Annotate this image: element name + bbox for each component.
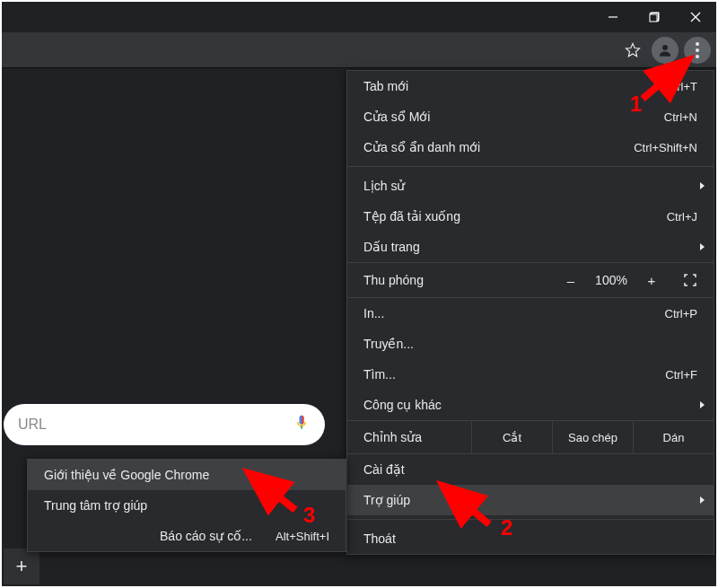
chevron-right-icon	[700, 182, 705, 189]
submenu-item-help-center[interactable]: Trung tâm trợ giúp	[28, 490, 346, 521]
chevron-right-icon	[700, 243, 705, 250]
search-box[interactable]: URL	[4, 404, 325, 445]
menu-separator	[347, 519, 714, 520]
zoom-value: 100%	[586, 273, 636, 287]
window-titlebar	[2, 2, 716, 32]
zoom-out-button[interactable]: –	[556, 273, 586, 288]
menu-item-exit[interactable]: Thoát	[347, 523, 714, 554]
menu-item-new-tab[interactable]: Tab mới Ctrl+T	[347, 71, 714, 101]
edit-copy-button[interactable]: Sao chép	[552, 421, 633, 453]
chrome-main-menu: Tab mới Ctrl+T Cửa sổ Mới Ctrl+N Cửa sổ …	[346, 70, 714, 555]
menu-item-settings[interactable]: Cài đặt	[347, 454, 714, 485]
submenu-item-report-issue[interactable]: Báo cáo sự cố... Alt+Shift+I	[28, 521, 346, 551]
plus-icon: +	[16, 555, 28, 578]
edit-cut-button[interactable]: Cắt	[471, 421, 552, 453]
kebab-icon	[696, 42, 699, 58]
fullscreen-icon[interactable]	[667, 273, 697, 287]
bookmark-star-icon[interactable]	[619, 37, 646, 64]
menu-item-bookmarks[interactable]: Dấu trang	[347, 232, 714, 262]
svg-rect-4	[650, 14, 657, 22]
window-close-button[interactable]	[675, 2, 716, 32]
zoom-in-button[interactable]: +	[636, 273, 667, 288]
menu-item-find[interactable]: Tìm... Ctrl+F	[347, 359, 714, 390]
menu-item-downloads[interactable]: Tệp đã tải xuống Ctrl+J	[347, 201, 714, 232]
window-maximize-button[interactable]	[634, 2, 675, 32]
annotation-label-3: 3	[303, 503, 315, 528]
svg-point-7	[662, 45, 668, 50]
menu-item-print[interactable]: In... Ctrl+P	[347, 298, 714, 329]
menu-item-new-window[interactable]: Cửa sổ Mới Ctrl+N	[347, 101, 714, 132]
browser-toolbar	[2, 32, 716, 68]
profile-avatar-icon[interactable]	[652, 37, 679, 64]
new-tab-plus-button[interactable]: +	[4, 549, 39, 584]
menu-item-zoom: Thu phóng – 100% +	[347, 262, 714, 298]
chevron-right-icon	[700, 496, 705, 504]
window-minimize-button[interactable]	[592, 2, 634, 32]
chevron-right-icon	[700, 401, 705, 408]
edit-paste-button[interactable]: Dán	[633, 421, 714, 453]
menu-item-help[interactable]: Trợ giúp	[347, 485, 714, 515]
menu-item-incognito[interactable]: Cửa sổ ẩn danh mới Ctrl+Shift+N	[347, 132, 714, 162]
voice-search-icon[interactable]	[293, 414, 311, 435]
menu-item-more-tools[interactable]: Công cụ khác	[347, 390, 714, 420]
search-placeholder: URL	[18, 417, 293, 433]
menu-item-cast[interactable]: Truyền...	[347, 329, 714, 359]
annotation-label-1: 1	[630, 92, 642, 117]
menu-separator	[347, 166, 714, 167]
menu-item-history[interactable]: Lịch sử	[347, 171, 714, 201]
help-submenu: Giới thiệu về Google Chrome Trung tâm tr…	[27, 459, 346, 552]
annotation-label-2: 2	[501, 515, 512, 540]
chrome-menu-button[interactable]	[684, 37, 711, 64]
submenu-item-about-chrome[interactable]: Giới thiệu về Google Chrome	[28, 460, 346, 490]
menu-item-edit: Chỉnh sửa Cắt Sao chép Dán	[347, 420, 714, 454]
